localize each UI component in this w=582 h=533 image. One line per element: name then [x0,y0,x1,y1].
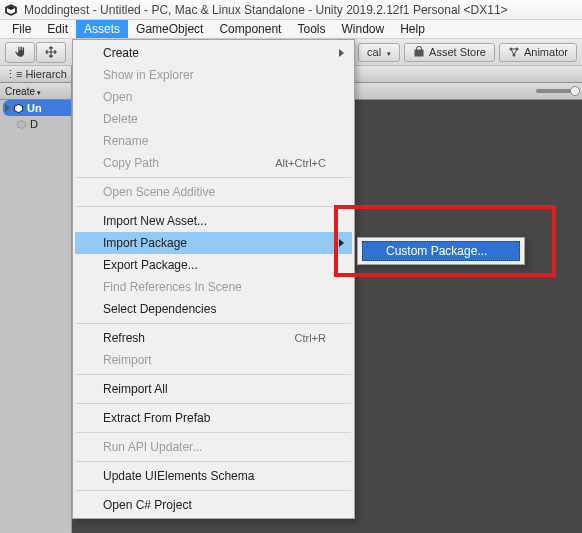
menu-item-delete[interactable]: Delete [75,108,352,130]
hand-tool-button[interactable] [5,42,35,63]
submenu-arrow-icon [339,239,344,247]
hierarchy-tab[interactable]: ⋮≡ Hierarch [0,66,71,83]
menu-item-run-api-updater[interactable]: Run API Updater... [75,436,352,458]
menu-item-rename[interactable]: Rename [75,130,352,152]
menu-item-reimport-all[interactable]: Reimport All [75,378,352,400]
menu-file[interactable]: File [4,20,39,38]
unity-logo-icon [4,3,18,17]
menu-item-open-cs-project[interactable]: Open C# Project [75,494,352,516]
move-tool-button[interactable] [36,42,66,63]
menu-item-select-dependencies[interactable]: Select Dependencies [75,298,352,320]
menu-component[interactable]: Component [211,20,289,38]
menu-item-extract-from-prefab[interactable]: Extract From Prefab [75,407,352,429]
menu-gameobject[interactable]: GameObject [128,20,211,38]
hierarchy-create-button[interactable]: Create [5,86,41,97]
menu-item-create[interactable]: Create [75,42,352,64]
menu-item-update-uielements[interactable]: Update UIElements Schema [75,465,352,487]
menu-item-refresh[interactable]: RefreshCtrl+R [75,327,352,349]
submenu-item-custom-package[interactable]: Custom Package... [362,241,520,261]
menu-item-find-references[interactable]: Find References In Scene [75,276,352,298]
gizmo-size-slider[interactable] [536,89,578,93]
hierarchy-panel: ⋮≡ Hierarch Create Un D [0,66,72,533]
bag-icon [413,46,425,58]
toolbar-edge-button[interactable]: cal [358,43,400,62]
menu-item-export-package[interactable]: Export Package... [75,254,352,276]
window-titlebar: Moddingtest - Untitled - PC, Mac & Linux… [0,0,582,20]
window-title: Moddingtest - Untitled - PC, Mac & Linux… [24,3,508,17]
expand-icon[interactable] [5,104,10,112]
menu-item-open-scene-additive[interactable]: Open Scene Additive [75,181,352,203]
submenu-arrow-icon [339,49,344,57]
menu-edit[interactable]: Edit [39,20,76,38]
tab-dropdown-icon: ⋮≡ [5,68,22,81]
animator-icon [508,46,520,58]
menu-item-reimport[interactable]: Reimport [75,349,352,371]
unity-scene-icon [13,103,24,114]
menu-item-show-in-explorer[interactable]: Show in Explorer [75,64,352,86]
menu-tools[interactable]: Tools [289,20,333,38]
gameobject-icon [16,119,27,130]
hierarchy-toolbar: Create [0,83,71,100]
import-package-submenu: Custom Package... [357,237,525,265]
assets-menu-dropdown: Create Show in Explorer Open Delete Rena… [72,39,355,519]
hierarchy-scene-row[interactable]: Un [3,100,71,116]
hierarchy-item[interactable]: D [0,116,71,132]
svg-marker-8 [17,120,25,128]
menu-item-import-new-asset[interactable]: Import New Asset... [75,210,352,232]
tab-animator[interactable]: Animator [499,43,577,62]
menu-item-import-package[interactable]: Import Package [75,232,352,254]
tab-asset-store[interactable]: Asset Store [404,43,495,62]
menu-window[interactable]: Window [333,20,392,38]
menu-item-copy-path[interactable]: Copy PathAlt+Ctrl+C [75,152,352,174]
menu-assets[interactable]: Assets [76,20,128,38]
menu-help[interactable]: Help [392,20,433,38]
menu-bar: File Edit Assets GameObject Component To… [0,20,582,39]
menu-item-open[interactable]: Open [75,86,352,108]
